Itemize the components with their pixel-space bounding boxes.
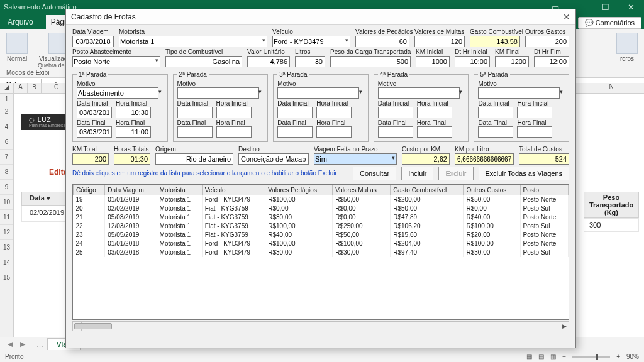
grid-header[interactable]: Veículo: [202, 185, 265, 195]
row-9[interactable]: 9: [0, 180, 13, 195]
table-row[interactable]: 2305/05/2019Motorista 1Fiat - KYG3759R$4…: [74, 231, 569, 239]
grid-header[interactable]: Posto: [520, 185, 568, 195]
zoom-slider[interactable]: [572, 356, 610, 358]
dialog-titlebar[interactable]: Cadastro de Frotas ✕: [66, 9, 575, 25]
row-7[interactable]: 7: [0, 150, 13, 165]
sel-motivo-1[interactable]: [77, 87, 158, 99]
inp-dthr-ini[interactable]: [455, 56, 490, 67]
select-all-corner[interactable]: ◢: [0, 83, 14, 93]
bg-cell-peso[interactable]: 300: [584, 218, 639, 232]
grid-hscrollbar[interactable]: ◀ ▶: [72, 321, 569, 331]
tab-nav-prev-icon[interactable]: ◀: [4, 340, 16, 348]
scroll-thumb[interactable]: [74, 323, 112, 329]
inp-data-ini-1[interactable]: [77, 107, 112, 118]
inp-data-fim-1[interactable]: [77, 126, 112, 138]
view-page-icon[interactable]: ▤: [538, 353, 544, 360]
inp-km-total[interactable]: [72, 153, 109, 165]
grid-header[interactable]: Valores Pedágios: [265, 185, 333, 195]
inp-data-fim-4[interactable]: [378, 126, 413, 138]
viagens-grid[interactable]: CódigoData ViagemMotoristaVeículoValores…: [72, 184, 569, 320]
inp-litros[interactable]: [295, 56, 325, 67]
inp-dthr-fim[interactable]: [534, 56, 569, 67]
row-12[interactable]: 12: [0, 225, 13, 240]
sel-veiculo[interactable]: [272, 36, 350, 47]
row-4[interactable]: 4: [0, 119, 13, 134]
sel-motivo-4[interactable]: [378, 87, 460, 99]
inp-peso-carga[interactable]: [330, 56, 411, 67]
inp-origem[interactable]: [155, 153, 233, 165]
row-11[interactable]: 11: [0, 210, 13, 225]
inp-destino[interactable]: [238, 153, 309, 165]
inp-hora-ini-5[interactable]: [517, 107, 552, 118]
table-row[interactable]: 2105/03/2019Motorista 1Fiat - KYG3759R$3…: [74, 213, 569, 222]
inp-multas[interactable]: [414, 36, 465, 47]
incluir-button[interactable]: Incluir: [401, 167, 433, 180]
inp-data-fim-2[interactable]: [177, 126, 213, 138]
row-2[interactable]: 2: [0, 104, 13, 119]
inp-hora-ini-1[interactable]: [116, 107, 151, 118]
inp-hora-fim-5[interactable]: [517, 126, 552, 138]
view-break-icon[interactable]: ▥: [550, 353, 556, 360]
inp-km-ini[interactable]: [416, 56, 450, 67]
row-1[interactable]: 1: [0, 94, 13, 104]
inp-data-fim-5[interactable]: [478, 126, 513, 138]
inp-data-viagem[interactable]: [72, 36, 114, 47]
inp-hora-ini-4[interactable]: [417, 107, 452, 118]
table-row[interactable]: 2002/02/2019Motorista 1Fiat - KYG3759R$0…: [74, 204, 569, 213]
grid-header[interactable]: Outros Custos: [464, 185, 520, 195]
inp-data-ini-4[interactable]: [378, 107, 413, 118]
tab-nav-ellipsis[interactable]: …: [33, 341, 47, 348]
grid-header[interactable]: Data Viagem: [105, 185, 157, 195]
table-row[interactable]: 2503/02/2018Motorista 1Ford - KYD3479R$3…: [74, 248, 569, 257]
inp-hora-fim-1[interactable]: [116, 126, 151, 138]
zoom-out-icon[interactable]: −: [562, 353, 566, 360]
menu-arquivo[interactable]: Arquivo: [3, 15, 38, 29]
inp-total-custos[interactable]: [519, 153, 569, 165]
grid-header[interactable]: Gasto Combustível: [391, 185, 464, 195]
row-8[interactable]: 8: [0, 165, 13, 180]
col-B[interactable]: B: [28, 83, 42, 93]
inp-custo-km[interactable]: [402, 153, 450, 165]
inp-hora-ini-2[interactable]: [216, 107, 252, 118]
excluir-button[interactable]: Excluir: [438, 167, 473, 180]
inp-hora-fim-4[interactable]: [417, 126, 452, 138]
table-row[interactable]: 2401/01/2018Motorista 1Ford - KYD3479R$1…: [74, 239, 569, 248]
col-A[interactable]: A: [14, 83, 28, 93]
inp-hora-fim-3[interactable]: [316, 126, 352, 138]
sel-posto[interactable]: [72, 56, 160, 67]
table-row[interactable]: 1901/01/2019Motorista 1Ford - KYD3479R$1…: [74, 195, 569, 204]
inp-pedagios[interactable]: [355, 36, 409, 47]
inp-km-litro[interactable]: [455, 153, 514, 165]
inp-hora-ini-3[interactable]: [316, 107, 352, 118]
sel-no-prazo[interactable]: [314, 153, 397, 165]
row-14[interactable]: 14: [0, 255, 13, 270]
grid-header[interactable]: Motorista: [157, 185, 202, 195]
sel-motivo-2[interactable]: [177, 87, 259, 99]
zoom-level[interactable]: 90%: [626, 353, 639, 360]
sel-motivo-3[interactable]: [277, 87, 359, 99]
inp-valor-unit[interactable]: [247, 56, 290, 67]
window-close-icon[interactable]: ✕: [621, 3, 640, 12]
excluir-todas-button[interactable]: Excluir Todas as Viagens: [479, 167, 570, 180]
dialog-close-icon[interactable]: ✕: [563, 12, 570, 22]
tab-nav-next-icon[interactable]: ▶: [16, 340, 29, 348]
inp-data-ini-5[interactable]: [478, 107, 513, 118]
inp-km-fim[interactable]: [495, 56, 529, 67]
inp-data-ini-3[interactable]: [277, 107, 313, 118]
bg-cell-data[interactable]: 02/02/2019: [21, 206, 65, 222]
ribbon-normal-view[interactable]: Normal: [6, 33, 28, 62]
filter-icon[interactable]: ▾: [47, 194, 50, 202]
inp-tipo-comb[interactable]: [165, 56, 242, 67]
sel-motorista[interactable]: [119, 36, 267, 47]
inp-outros[interactable]: [525, 36, 569, 47]
inp-data-fim-3[interactable]: [277, 126, 313, 138]
col-N[interactable]: N: [584, 83, 639, 90]
zoom-in-icon[interactable]: +: [616, 353, 620, 360]
scroll-right-icon[interactable]: ▶: [560, 322, 569, 331]
inp-horas-totais[interactable]: [114, 153, 150, 165]
grid-header[interactable]: Valores Multas: [333, 185, 391, 195]
row-6[interactable]: 6: [0, 134, 13, 150]
sel-motivo-5[interactable]: [478, 87, 560, 99]
ribbon-macros[interactable]: rcros: [616, 33, 638, 62]
inp-data-ini-2[interactable]: [177, 107, 213, 118]
